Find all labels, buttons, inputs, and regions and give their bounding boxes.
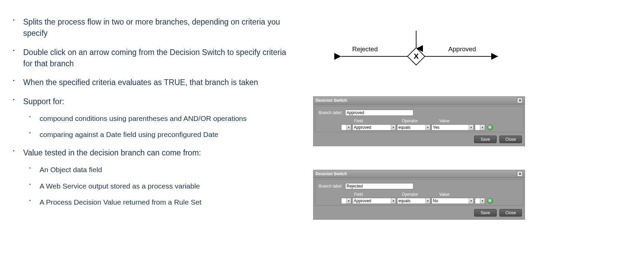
close-paren-select[interactable]: ▾ — [475, 198, 485, 204]
svg-text:Approved: Approved — [448, 45, 476, 53]
col-value: Value — [439, 192, 480, 197]
field-select[interactable]: ▾ — [352, 198, 396, 204]
chevron-down-icon[interactable]: ▾ — [469, 125, 473, 130]
chevron-down-icon[interactable]: ▾ — [469, 198, 473, 204]
slide-text: Splits the process flow in two or more b… — [10, 16, 293, 215]
close-paren-select[interactable]: ▾ — [475, 124, 485, 130]
chevron-down-icon[interactable]: ▾ — [346, 198, 351, 204]
bullet-5-sub-1: An Object data field — [23, 165, 293, 175]
bullet-5-text: Value tested in the decision branch can … — [23, 148, 201, 157]
svg-text:X: X — [414, 52, 419, 60]
col-operator: Operator — [402, 119, 439, 123]
bullet-4-sub-2: comparing against a Date field using pre… — [23, 129, 293, 139]
bullet-2: Double click on an arrow coming from the… — [10, 47, 293, 70]
dialog-title: Desicion Switch — [316, 98, 347, 103]
bullet-1: Splits the process flow in two or more b… — [10, 16, 293, 39]
col-field: Field — [354, 119, 402, 123]
close-icon[interactable]: ✕ — [517, 171, 523, 177]
chevron-down-icon[interactable]: ▾ — [425, 125, 430, 130]
bullet-4-sub-1: compound conditions using parentheses an… — [23, 113, 293, 123]
value-select[interactable]: ▾ — [431, 124, 474, 130]
close-button[interactable]: Close — [499, 136, 522, 143]
branch-label-caption: Branch label: — [319, 110, 343, 115]
operator-select[interactable]: ▾ — [397, 198, 430, 204]
value-select[interactable]: ▾ — [431, 198, 474, 204]
chevron-down-icon[interactable]: ▾ — [425, 198, 430, 204]
branch-label-caption: Branch label: — [319, 184, 343, 189]
chevron-down-icon[interactable]: ▾ — [391, 198, 396, 204]
bullet-3: When the specified criteria evaluates as… — [10, 77, 293, 88]
decision-switch-dialog-rejected: Desicion Switch ✕ Branch label: Field Op… — [313, 170, 525, 220]
decision-switch-dialog-approved: Desicion Switch ✕ Branch label: Field Op… — [313, 96, 525, 146]
chevron-down-icon[interactable]: ▾ — [480, 198, 485, 204]
add-criteria-button[interactable]: + — [487, 125, 493, 130]
branch-label-input[interactable] — [345, 183, 413, 189]
chevron-down-icon[interactable]: ▾ — [480, 125, 485, 130]
save-button[interactable]: Save — [474, 136, 497, 143]
open-paren-select[interactable]: ▾ — [341, 124, 351, 130]
bullet-4: Support for: compound conditions using p… — [10, 96, 293, 140]
decision-diagram: X Rejected Approved — [327, 31, 505, 79]
bullet-5-sub-3: A Process Decision Value returned from a… — [23, 197, 293, 207]
col-operator: Operator — [402, 192, 439, 197]
chevron-down-icon[interactable]: ▾ — [346, 125, 351, 130]
col-value: Value — [439, 119, 480, 123]
bullet-5: Value tested in the decision branch can … — [10, 147, 293, 207]
bullet-4-text: Support for: — [23, 97, 64, 106]
save-button[interactable]: Save — [474, 209, 497, 217]
dialog-title: Desicion Switch — [316, 171, 347, 176]
chevron-down-icon[interactable]: ▾ — [391, 125, 396, 130]
bullet-5-sub-2: A Web Service output stored as a process… — [23, 181, 293, 191]
close-icon[interactable]: ✕ — [517, 98, 523, 103]
dialog-titlebar[interactable]: Desicion Switch ✕ — [313, 170, 525, 178]
svg-text:Rejected: Rejected — [352, 45, 378, 53]
dialog-titlebar[interactable]: Desicion Switch ✕ — [313, 97, 525, 105]
branch-label-input[interactable] — [345, 110, 413, 116]
field-select[interactable]: ▾ — [352, 124, 396, 130]
open-paren-select[interactable]: ▾ — [341, 198, 351, 204]
close-button[interactable]: Close — [499, 209, 522, 217]
add-criteria-button[interactable]: + — [487, 198, 493, 204]
col-field: Field — [354, 192, 402, 197]
operator-select[interactable]: ▾ — [397, 124, 430, 130]
